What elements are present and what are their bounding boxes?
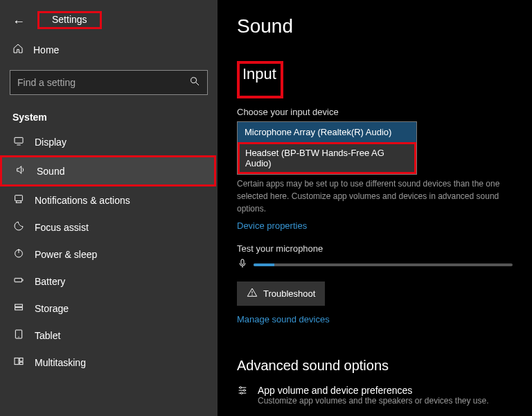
sidebar-item-sound[interactable]: Sound bbox=[2, 157, 214, 184]
sidebar-item-display[interactable]: Display bbox=[0, 128, 218, 155]
search-icon bbox=[189, 76, 200, 89]
annotation-box-input: Input bbox=[237, 61, 283, 98]
sidebar-item-label: Sound bbox=[37, 166, 64, 177]
sidebar: ← Settings Home Find a setting System Di… bbox=[0, 0, 218, 416]
svg-point-23 bbox=[243, 390, 245, 392]
sidebar-item-battery[interactable]: Battery bbox=[0, 268, 218, 295]
choose-input-label: Choose your input device bbox=[237, 107, 513, 117]
sliders-icon bbox=[237, 385, 248, 399]
svg-rect-2 bbox=[15, 137, 23, 143]
input-section-title: Input bbox=[242, 65, 276, 83]
troubleshoot-label: Troubleshoot bbox=[263, 288, 315, 299]
home-label: Home bbox=[33, 44, 59, 55]
system-group-label: System bbox=[0, 102, 218, 128]
tablet-icon bbox=[12, 329, 25, 342]
notifications-icon bbox=[12, 193, 25, 207]
sidebar-item-label: Tablet bbox=[35, 330, 60, 341]
battery-icon bbox=[12, 275, 25, 288]
microphone-level-fill bbox=[254, 263, 274, 266]
input-hint-text: Certain apps may be set up to use differ… bbox=[237, 177, 513, 215]
sidebar-item-notifications[interactable]: Notifications & actions bbox=[0, 187, 218, 214]
svg-rect-16 bbox=[241, 259, 244, 264]
search-input[interactable]: Find a setting bbox=[10, 70, 208, 95]
dropdown-option-headset[interactable]: Headset (BP-BTW Hands-Free AG Audio) bbox=[238, 142, 416, 174]
home-link[interactable]: Home bbox=[0, 36, 218, 63]
multitasking-icon bbox=[12, 356, 25, 369]
pref-title: App volume and device preferences bbox=[258, 385, 489, 396]
microphone-level-bar bbox=[254, 263, 513, 266]
sidebar-item-label: Notifications & actions bbox=[35, 195, 130, 206]
sidebar-item-label: Power & sleep bbox=[35, 249, 97, 260]
svg-point-0 bbox=[191, 78, 197, 83]
focus-icon bbox=[12, 220, 25, 234]
svg-point-25 bbox=[240, 392, 242, 395]
svg-rect-9 bbox=[15, 304, 23, 306]
microphone-icon bbox=[237, 258, 248, 272]
settings-title: Settings bbox=[45, 12, 94, 27]
svg-rect-13 bbox=[15, 358, 19, 364]
sidebar-item-tablet[interactable]: Tablet bbox=[0, 322, 218, 349]
search-placeholder: Find a setting bbox=[17, 77, 76, 88]
test-microphone-label: Test your microphone bbox=[237, 243, 513, 254]
page-title: Sound bbox=[237, 15, 513, 37]
dropdown-option-realtek[interactable]: Microphone Array (Realtek(R) Audio) bbox=[238, 122, 416, 142]
app-volume-preferences[interactable]: App volume and device preferences Custom… bbox=[237, 385, 513, 406]
svg-rect-14 bbox=[19, 358, 23, 361]
input-device-dropdown[interactable]: Microphone Array (Realtek(R) Audio) Head… bbox=[237, 121, 417, 175]
sidebar-item-focus[interactable]: Focus assist bbox=[0, 214, 218, 241]
sidebar-item-multitasking[interactable]: Multitasking bbox=[0, 349, 218, 376]
main-content: Sound Input Choose your input device Mic… bbox=[218, 0, 532, 416]
svg-point-19 bbox=[252, 295, 253, 295]
sidebar-item-label: Multitasking bbox=[35, 357, 86, 368]
sidebar-item-label: Battery bbox=[35, 276, 65, 287]
back-arrow-icon[interactable]: ← bbox=[12, 15, 25, 29]
device-properties-link[interactable]: Device properties bbox=[237, 220, 307, 231]
sidebar-item-power[interactable]: Power & sleep bbox=[0, 241, 218, 268]
svg-point-21 bbox=[240, 387, 242, 389]
warning-icon bbox=[247, 287, 258, 300]
sidebar-item-label: Storage bbox=[35, 303, 69, 314]
sidebar-item-label: Display bbox=[35, 137, 66, 148]
sound-icon bbox=[15, 164, 27, 177]
power-icon bbox=[12, 248, 25, 261]
storage-icon bbox=[12, 302, 25, 315]
svg-rect-4 bbox=[15, 196, 23, 201]
sidebar-item-storage[interactable]: Storage bbox=[0, 295, 218, 322]
home-icon bbox=[12, 43, 24, 56]
svg-rect-7 bbox=[15, 278, 22, 281]
pref-subtitle: Customize app volumes and the speakers o… bbox=[258, 396, 489, 406]
svg-rect-15 bbox=[19, 362, 23, 364]
annotation-box-sound: Sound bbox=[0, 155, 216, 187]
advanced-options-title: Advanced sound options bbox=[237, 358, 513, 374]
manage-sound-link[interactable]: Manage sound devices bbox=[237, 314, 330, 324]
sidebar-item-label: Focus assist bbox=[35, 222, 89, 233]
svg-line-1 bbox=[196, 83, 199, 85]
troubleshoot-button[interactable]: Troubleshoot bbox=[237, 281, 325, 306]
annotation-box-settings: Settings bbox=[37, 11, 102, 29]
display-icon bbox=[12, 135, 25, 148]
svg-rect-10 bbox=[15, 308, 23, 310]
